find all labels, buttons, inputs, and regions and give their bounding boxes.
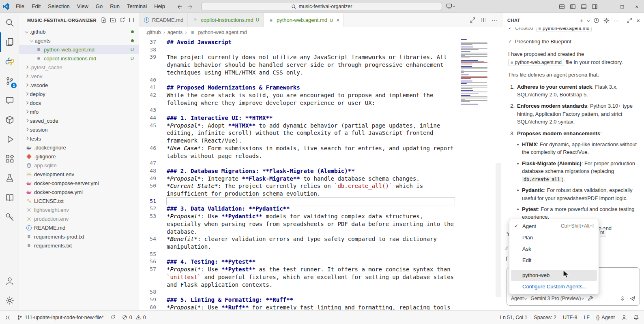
tree-file-.dockerignore[interactable]: .dockerignore <box>19 143 139 152</box>
tree-file-.gitignore[interactable]: .gitignore <box>19 152 139 161</box>
tree-file-production.env[interactable]: production.env <box>19 214 139 223</box>
tree-file-LICENSE.txt[interactable]: LICENSE.txt <box>19 196 139 205</box>
close-chat-icon[interactable]: × <box>636 17 640 23</box>
tree-folder-agents[interactable]: agents <box>19 36 139 45</box>
tree-folder-saved_code[interactable]: saved_code <box>19 116 139 125</box>
new-folder-icon[interactable] <box>110 17 116 23</box>
menu-file[interactable]: File <box>12 0 28 13</box>
dropdown-item-python-web[interactable]: python-web <box>511 270 597 281</box>
git-sync-icon[interactable] <box>110 315 116 320</box>
open-chat-in-editor-icon[interactable] <box>627 17 632 23</box>
tree-folder-.vscode[interactable]: .vscode <box>19 81 139 90</box>
toggle-panel-icon[interactable] <box>581 4 587 10</box>
tab-copilot-instructions.md[interactable]: ≡copilot-instructions.mdU <box>188 13 264 27</box>
copilot-titlebar-group[interactable] <box>446 3 455 9</box>
code-line-55[interactable]: 55 <box>139 251 459 258</box>
nav-forward-icon[interactable] <box>187 4 193 10</box>
code-line-50[interactable]: 50*Current State*: The project currently… <box>139 182 459 197</box>
code-line-41[interactable]: 41## Proposed Modernizations & Framework… <box>139 84 459 92</box>
open-changes-icon[interactable] <box>470 17 476 23</box>
code-line-58[interactable]: 58 <box>139 288 459 296</box>
dropdown-item-edit[interactable]: Edit <box>511 255 597 266</box>
code-line-40[interactable]: 40 <box>139 77 459 84</box>
notifications-bell-icon[interactable] <box>633 315 639 320</box>
close-tab-icon[interactable]: × <box>336 17 339 23</box>
collapse-folders-icon[interactable] <box>129 17 135 23</box>
activity-search-icon[interactable] <box>0 13 19 32</box>
code-line-44[interactable]: 44### 1. Interactive UI: **HTMX** <box>139 114 459 122</box>
tree-file-docker-compose.yml[interactable]: docker-compose.yml <box>19 188 139 196</box>
send-icon[interactable] <box>629 296 635 302</box>
tools-icon[interactable] <box>588 296 593 301</box>
activity-accounts-icon[interactable] <box>0 271 19 291</box>
tree-folder-deploy[interactable]: deploy <box>19 90 139 98</box>
chat-step-blueprint[interactable]: ✓ Presenting the Blueprint <box>508 38 639 45</box>
minimap[interactable] <box>459 38 494 105</box>
breadcrumb-item[interactable]: agents <box>167 30 183 35</box>
mic-icon[interactable] <box>620 296 625 301</box>
tree-folder-.github[interactable]: .github <box>19 27 139 36</box>
tree-file-lightweight.env[interactable]: lightweight.env <box>19 205 139 214</box>
dropdown-item-plan[interactable]: Plan <box>511 232 597 243</box>
menu-terminal[interactable]: Terminal <box>123 0 150 13</box>
dropdown-item-ask[interactable]: Ask <box>511 243 597 255</box>
activity-chat-icon[interactable] <box>0 91 19 110</box>
tree-file-development.env[interactable]: development.env <box>19 170 139 179</box>
new-chat-dropdown-icon[interactable] <box>587 19 590 21</box>
breadcrumb-item[interactable]: python-web.agent.md <box>198 30 247 35</box>
code-line-43[interactable]: 43 <box>139 107 459 114</box>
indentation-status[interactable]: Spaces: 2 <box>534 315 556 320</box>
menu-selection[interactable]: Selection <box>44 0 73 13</box>
tree-file-requirements.txt[interactable]: ≡requirements.txt <box>19 241 139 250</box>
code-line-52[interactable]: 52### 3. Data Validation: **Pydantic** <box>139 205 459 213</box>
tree-folder-docs[interactable]: docs <box>19 98 139 107</box>
menu-help[interactable]: Help <box>150 0 169 13</box>
tree-folder-.pytest_cache[interactable]: .pytest_cache <box>19 63 139 72</box>
chat-more-actions-icon[interactable]: ··· <box>614 18 620 23</box>
tree-folder-mfo[interactable]: mfo <box>19 107 139 116</box>
tree-file-copilot-instructions.md[interactable]: ≡copilot-instructions.mdU <box>19 54 139 63</box>
activity-settings-icon[interactable] <box>0 291 19 310</box>
chat-step-created[interactable]: ✓ Created ≡python-web.agent.md <box>508 28 639 32</box>
activity-testing-icon[interactable] <box>0 168 19 188</box>
menu-run[interactable]: Run <box>106 0 123 13</box>
language-mode-status[interactable]: {} Agent <box>596 315 615 320</box>
remote-indicator-icon[interactable] <box>5 315 11 320</box>
code-line-59[interactable]: 59### 5. Linting & Formatting: **Ruff** <box>139 296 459 304</box>
breadcrumb-item[interactable]: .github <box>146 30 161 35</box>
code-line-54[interactable]: 54*Benefit*: clearer validation errors a… <box>139 235 459 250</box>
configure-custom-agents-link[interactable]: Configure Custom Agents... <box>511 281 597 292</box>
code-line-45[interactable]: 45*Proposal*: Adopt **HTMX** to add dyna… <box>139 122 459 145</box>
command-center-search[interactable]: music-festival-organizer <box>201 2 442 11</box>
code-line-56[interactable]: 56### 4. Testing: **Pytest** <box>139 258 459 266</box>
activity-explorer-icon[interactable] <box>0 32 19 52</box>
problems-status[interactable]: 0 0 <box>122 315 146 320</box>
tree-folder-session[interactable]: session <box>19 125 139 134</box>
account-status-icon[interactable] <box>621 315 627 320</box>
activity-keys-icon[interactable] <box>0 207 19 227</box>
refresh-explorer-icon[interactable] <box>119 17 125 23</box>
activity-python-icon[interactable] <box>0 52 19 71</box>
activity-run-and-debug-icon[interactable] <box>0 130 19 149</box>
code-line-38[interactable]: 38 <box>139 46 459 54</box>
code-line-46[interactable]: 46*Use Case*: Form submissions in modals… <box>139 145 459 160</box>
menu-view[interactable]: View <box>73 0 92 13</box>
chat-mode-picker[interactable]: Agent <box>511 295 526 303</box>
toggle-primary-sidebar-icon[interactable] <box>570 4 576 10</box>
file-chip[interactable]: ≡python-web.agent.md <box>508 59 564 66</box>
activity-containers-icon[interactable] <box>0 110 19 130</box>
tree-file-README.md[interactable]: iREADME.md <box>19 223 139 232</box>
customize-layout-icon[interactable] <box>559 4 565 10</box>
explorer-root-label[interactable]: MUSIC-FESTIVAL-ORGANIZER <box>27 18 101 23</box>
code-line-57[interactable]: 57*Proposal*: Use **Pytest** as the test… <box>139 266 459 288</box>
code-line-51[interactable]: 51 <box>139 198 459 205</box>
new-chat-icon[interactable]: + <box>580 17 584 23</box>
minimize-icon[interactable]: — <box>600 0 615 13</box>
tab-README.md[interactable]: iREADME.md <box>139 13 188 27</box>
editor-scrollbar[interactable] <box>494 38 503 310</box>
breadcrumb[interactable]: .github›agents›≡python-web.agent.md <box>139 27 503 38</box>
maximize-icon[interactable]: □ <box>615 0 629 13</box>
chat-configure-icon[interactable] <box>603 17 610 23</box>
code-line-60[interactable]: 60*Proposal*: Use **Ruff** for extremely… <box>139 304 459 310</box>
activity-source-control-icon[interactable]: 2 <box>0 71 19 91</box>
